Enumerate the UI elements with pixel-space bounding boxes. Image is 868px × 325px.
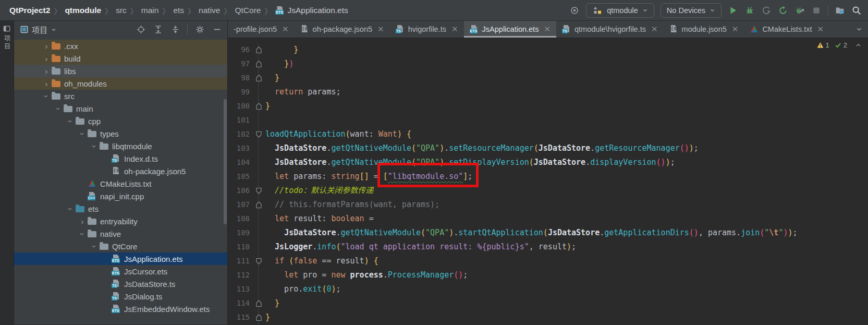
ok-indicator[interactable]: 2 (835, 41, 847, 49)
tree-row[interactable]: TSJsDataStore.ts (14, 278, 227, 290)
chevron-expanded-icon[interactable]: › (77, 230, 88, 238)
tree-row[interactable]: ›oh_modules (14, 77, 227, 90)
tree-row[interactable]: ›libs (14, 65, 227, 77)
tab-close-icon[interactable]: ✕ (817, 25, 824, 34)
fold-marker[interactable] (252, 296, 265, 310)
editor-tab[interactable]: {⚙oh-package.json5✕ (295, 21, 390, 38)
breadcrumb-item[interactable]: QtProject2 (9, 6, 50, 15)
chevron-down-icon[interactable] (51, 27, 56, 32)
tab-close-icon[interactable]: ✕ (544, 25, 551, 34)
project-panel-header: 项目 (14, 21, 227, 38)
tree-row[interactable]: ›cpp (14, 115, 227, 127)
editor-tab[interactable]: CMakeLists.txt✕ (744, 21, 829, 38)
editor-tab[interactable]: TShvigorfile.ts✕ (390, 21, 464, 38)
folder-icon (76, 206, 84, 212)
breadcrumb-item[interactable]: main (141, 6, 159, 15)
search-icon[interactable] (851, 5, 862, 16)
tab-close-icon[interactable]: ✕ (732, 25, 739, 34)
chevron-expanded-icon[interactable]: › (89, 142, 100, 151)
tab-close-icon[interactable]: ✕ (282, 25, 289, 34)
tree-row[interactable]: ›QtCore (14, 240, 227, 252)
profile-icon[interactable] (761, 5, 772, 16)
collapse-all-icon[interactable] (170, 25, 180, 35)
tree-row[interactable]: ETSJsCursor.ets (14, 265, 227, 278)
breadcrumb-current-file[interactable]: ETSJsApplication.ets (275, 6, 348, 15)
code-editor[interactable]: 1 2 96 }97 })98 }99 return params;100}10… (228, 38, 868, 324)
crosshair-icon[interactable] (136, 25, 146, 35)
chevron-collapsed-icon[interactable]: › (41, 42, 52, 51)
tree-row[interactable]: ›build (14, 52, 227, 65)
tree-row[interactable]: ›libqtmodule (14, 140, 227, 152)
fold-marker[interactable] (252, 198, 265, 212)
breadcrumb-item[interactable]: native (199, 6, 220, 15)
rerun-icon[interactable] (778, 5, 788, 16)
chevron-collapsed-icon[interactable]: › (41, 67, 52, 76)
warnings-indicator[interactable]: 1 (817, 41, 829, 49)
device-explorer-icon[interactable] (835, 5, 845, 16)
tab-close-icon[interactable]: ✕ (651, 25, 658, 34)
scroll-up-icon[interactable] (855, 41, 862, 51)
editor-tab[interactable]: -profile.json5✕ (228, 21, 295, 38)
project-tool-window-button[interactable]: 项目 (2, 25, 12, 50)
chevron-expanded-icon[interactable]: › (41, 92, 52, 101)
tab-label: JsApplication.ets (482, 25, 539, 33)
chevron-expanded-icon[interactable]: › (89, 242, 100, 251)
debug-attach-icon[interactable] (794, 5, 805, 16)
minus-icon[interactable] (212, 25, 222, 35)
tree-row[interactable]: TSJsDialog.ts (14, 290, 227, 303)
tree-row[interactable]: ETSJsApplication.ets (14, 252, 227, 265)
tree-row[interactable]: ›src (14, 90, 227, 102)
tab-close-icon[interactable]: ✕ (451, 25, 458, 34)
gear-icon[interactable] (194, 25, 205, 35)
fold-marker[interactable] (252, 71, 265, 85)
fold-marker[interactable] (252, 254, 265, 268)
breadcrumb-item[interactable]: ets (173, 6, 184, 15)
breadcrumb-item[interactable]: QtCore (235, 6, 261, 15)
hidden-tabs-icon[interactable] (850, 21, 868, 38)
chevron-expanded-icon[interactable]: › (53, 104, 64, 113)
project-tree-scrollbar[interactable] (224, 99, 227, 224)
tree-row[interactable]: ETSJsEmbeddedWindow.ets (14, 303, 227, 315)
editor-tab[interactable]: TSqtmodule\hvigorfile.ts✕ (556, 21, 664, 38)
breadcrumb-item[interactable]: qtmodule (65, 6, 101, 15)
editor-tab-bar: -profile.json5✕{⚙oh-package.json5✕TShvig… (228, 21, 868, 38)
tree-row[interactable]: TSIndex.d.ts (14, 152, 227, 165)
fold-marker-icon (255, 201, 262, 209)
fold-marker[interactable] (252, 184, 265, 198)
editor-tab[interactable]: {⚙module.json5✕ (664, 21, 744, 38)
tree-row[interactable]: ›.cxx (14, 40, 227, 52)
chevron-expanded-icon[interactable]: › (65, 204, 76, 213)
tree-row[interactable]: ›ets (14, 202, 227, 215)
inspections-widget[interactable]: 1 2 (817, 41, 847, 49)
chevron-collapsed-icon[interactable]: › (41, 79, 52, 88)
device-dropdown[interactable]: No Devices (661, 3, 722, 18)
breadcrumb-separator-icon: 〉 (130, 5, 138, 16)
fold-marker[interactable] (252, 43, 265, 57)
chevron-collapsed-icon[interactable]: › (77, 217, 88, 226)
fold-marker[interactable] (252, 310, 265, 324)
tree-row[interactable]: C++napi_init.cpp (14, 190, 227, 202)
fold-marker[interactable] (252, 57, 265, 71)
stop-icon[interactable] (811, 5, 822, 16)
editor-tab[interactable]: ETSJsApplication.ets✕ (464, 21, 556, 38)
debug-icon[interactable] (744, 5, 755, 16)
fold-marker[interactable] (252, 99, 265, 113)
chevron-collapsed-icon[interactable]: › (41, 54, 52, 63)
tree-row[interactable]: ›entryability (14, 215, 227, 227)
run-icon[interactable] (728, 5, 738, 16)
tab-close-icon[interactable]: ✕ (377, 25, 384, 34)
tree-row[interactable]: ›main (14, 102, 227, 115)
project-panel-title[interactable]: 项目 (32, 24, 47, 35)
chevron-expanded-icon[interactable]: › (77, 129, 88, 138)
expand-all-icon[interactable] (153, 25, 163, 35)
chevron-expanded-icon[interactable]: › (65, 117, 76, 126)
tree-row[interactable]: {⚙oh-package.json5 (14, 165, 227, 177)
tree-row[interactable]: ›native (14, 227, 227, 240)
tree-row[interactable]: CMakeLists.txt (14, 177, 227, 190)
fold-marker[interactable] (252, 127, 265, 141)
tree-row[interactable]: ›types (14, 127, 227, 140)
target-icon[interactable] (569, 5, 580, 16)
line-number: 102 (228, 127, 252, 141)
run-configuration-dropdown[interactable]: qtmodule (586, 3, 654, 18)
breadcrumb-item[interactable]: src (116, 6, 127, 15)
